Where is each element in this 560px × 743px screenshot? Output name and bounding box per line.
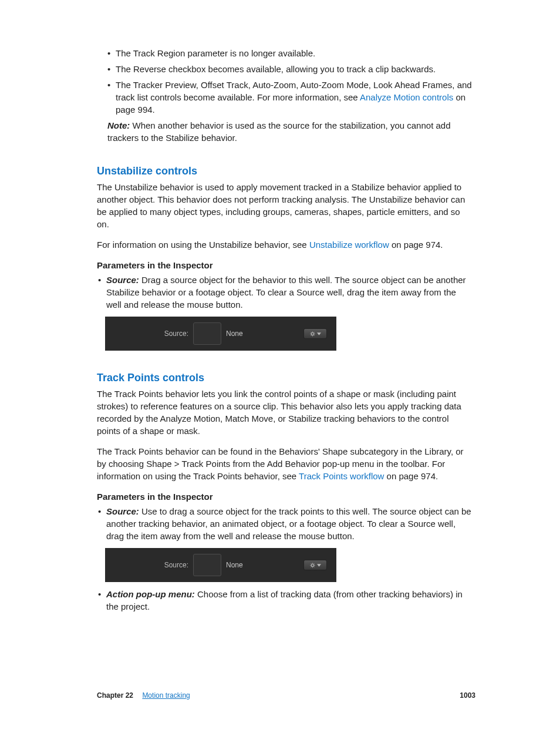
source-well[interactable] [193, 554, 221, 576]
source-field-label: Source: [105, 560, 193, 570]
source-text: Use to drag a source object for the trac… [106, 506, 471, 541]
list-item: Action pop-up menu: Choose from a list o… [97, 588, 473, 613]
trackpoints-heading: Track Points controls [97, 371, 473, 385]
text-a: For information on using the Unstabilize… [97, 240, 309, 250]
svg-point-10 [311, 564, 313, 566]
svg-line-7 [311, 335, 311, 335]
trackpoints-p2: The Track Points behavior can be found i… [97, 445, 473, 482]
unstabilize-p2: For information on using the Unstabilize… [97, 238, 473, 251]
source-field-label: Source: [105, 329, 193, 339]
svg-line-16 [313, 566, 314, 567]
action-popup-button[interactable] [303, 560, 327, 570]
source-value: None [226, 560, 243, 570]
unstabilize-p1: The Unstabilize behavior is used to appl… [97, 181, 473, 230]
unstabilize-workflow-link[interactable]: Unstabilize workflow [309, 240, 389, 250]
gear-icon [310, 563, 315, 568]
list-item: Source: Use to drag a source object for … [97, 505, 473, 542]
chapter-title-link[interactable]: Motion tracking [142, 691, 190, 700]
inspector-source-panel-2: Source: None [105, 548, 336, 582]
svg-line-15 [311, 563, 311, 564]
gear-icon [310, 331, 315, 337]
trackpoints-workflow-link[interactable]: Track Points workflow [299, 471, 384, 481]
source-label: Source: [106, 506, 141, 516]
chevron-down-icon [317, 564, 321, 567]
list-item: The Tracker Preview, Offset Track, Auto-… [97, 79, 473, 116]
note-label: Note: [107, 120, 133, 130]
bullet-text: The Reverse checkbox becomes available, … [116, 64, 436, 74]
unstabilize-params-heading: Parameters in the Inspector [97, 259, 473, 271]
svg-line-18 [313, 563, 314, 564]
source-text: Drag a source object for the behavior to… [106, 275, 466, 310]
bullet-text: The Track Region parameter is no longer … [116, 48, 315, 58]
trackpoints-param-list: Source: Use to drag a source object for … [97, 505, 473, 542]
source-label: Source: [106, 275, 141, 285]
svg-point-0 [311, 332, 313, 335]
trackpoints-p1: The Track Points behavior lets you link … [97, 388, 473, 437]
source-value: None [226, 329, 243, 339]
chapter-number: Chapter 22 [97, 691, 133, 700]
note-paragraph: Note: When another behavior is used as t… [107, 119, 473, 144]
svg-marker-9 [317, 332, 321, 335]
footer-left: Chapter 22 Motion tracking [97, 691, 190, 701]
trackpoints-params-heading: Parameters in the Inspector [97, 490, 473, 503]
action-label: Action pop-up menu: [106, 589, 197, 599]
unstabilize-heading: Unstabilize controls [97, 164, 473, 179]
list-item: Source: Drag a source object for the beh… [97, 274, 473, 311]
analyze-motion-link[interactable]: Analyze Motion controls [360, 92, 453, 102]
trackpoints-param-list-2: Action pop-up menu: Choose from a list o… [97, 588, 473, 613]
page-number: 1003 [460, 691, 475, 701]
action-popup-button[interactable] [303, 328, 327, 339]
text-b: on page 974. [384, 471, 438, 481]
svg-marker-19 [317, 564, 321, 566]
inspector-source-panel-1: Source: None [105, 317, 336, 351]
text-b: on page 974. [389, 240, 443, 250]
svg-line-17 [311, 566, 311, 567]
top-bullet-list: The Track Region parameter is no longer … [97, 47, 473, 116]
list-item: The Reverse checkbox becomes available, … [97, 63, 473, 75]
source-well[interactable] [193, 322, 221, 345]
note-text: When another behavior is used as the sou… [107, 120, 451, 143]
svg-line-6 [313, 335, 314, 335]
chevron-down-icon [317, 332, 321, 335]
page-footer: Chapter 22 Motion tracking 1003 [97, 691, 475, 701]
svg-line-8 [313, 332, 314, 332]
list-item: The Track Region parameter is no longer … [97, 47, 473, 59]
unstabilize-param-list: Source: Drag a source object for the beh… [97, 274, 473, 311]
svg-line-5 [311, 332, 311, 332]
